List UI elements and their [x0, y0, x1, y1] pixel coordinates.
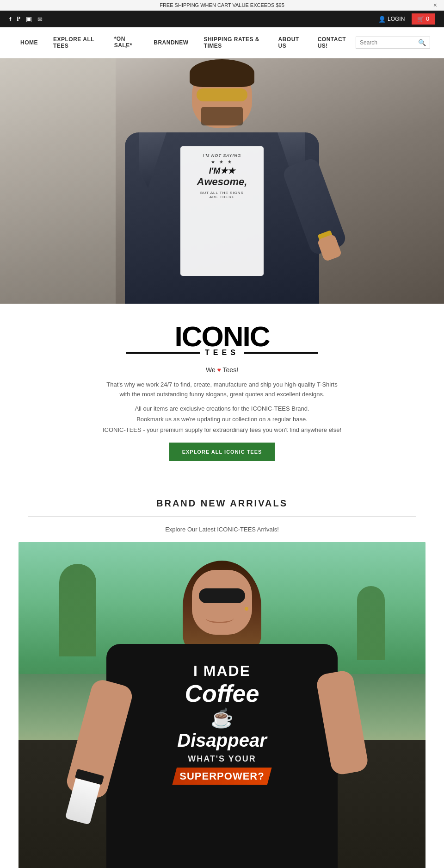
nav-brandnew[interactable]: BRANDNEW: [147, 31, 195, 54]
arrivals-subtitle: Explore Our Latest ICONIC-TEES Arrivals!: [9, 526, 435, 533]
social-icons: f 𝐏 ▣ ✉: [9, 15, 43, 23]
logo-line-right: [244, 352, 318, 354]
product-shirt-line3: Disappear: [120, 731, 324, 749]
product-hair: [183, 561, 261, 653]
product-shirt-line4: WHAT'S YOUR: [120, 754, 324, 764]
nav-on-sale[interactable]: *ON SALE* ▼: [108, 27, 145, 58]
brand-desc3: Bookmark us as we're updating our collec…: [9, 416, 435, 423]
hero-head: [190, 63, 254, 137]
top-banner: FREE SHIPPING WHEN CART VALUE EXCEEDS $9…: [0, 0, 444, 11]
brand-logo: ICONIC TEES: [9, 322, 435, 357]
hero-beard: [201, 107, 243, 125]
product-shirt-graphic: I MADE Coffee ☕ Disappear WHAT'S YOUR SU…: [106, 644, 338, 804]
nav-right: 🔍: [356, 37, 430, 49]
hero-face: [192, 63, 252, 128]
brand-desc1: That's why we work 24/7 to find, create,…: [106, 380, 338, 400]
arrivals-divider: [28, 516, 416, 517]
arrivals-title: BRAND NEW ARRIVALS: [9, 498, 435, 509]
hero-arm: [281, 156, 348, 256]
arrivals-section: BRAND NEW ARRIVALS Explore Our Latest IC…: [0, 480, 444, 868]
product-shirt-line1: I MADE: [120, 662, 324, 680]
search-icon[interactable]: 🔍: [418, 39, 426, 46]
instagram-icon[interactable]: ▣: [26, 15, 32, 23]
heart-icon: ♥: [217, 366, 221, 374]
hero-section: I'M NOT SAYING ★ ★ ★ I'M★★ Awesome, BUT …: [0, 58, 444, 304]
nav-explore-all-tees[interactable]: EXPLORE ALL TEES: [47, 28, 105, 57]
cup-container: [63, 768, 105, 825]
hero-shirt-line4: BUT ALL THE SIGNS: [185, 191, 259, 195]
brand-desc2: All our items are exclusive creations fo…: [9, 405, 435, 412]
logo-iconic-text: ICONIC: [9, 322, 435, 351]
on-sale-dropdown-arrow: ▼: [114, 45, 139, 50]
nav-contact[interactable]: CONTACT US!: [311, 28, 356, 57]
cart-button[interactable]: 🛒 0: [412, 13, 435, 25]
hero-shirt-line5: ARE THERE: [185, 195, 259, 199]
coffee-cup-icon: ☕: [120, 707, 324, 729]
hero-lapel-left: [139, 132, 166, 188]
nav-home[interactable]: HOME: [14, 31, 44, 54]
hero-glasses: [197, 88, 247, 101]
banner-text: FREE SHIPPING WHEN CART VALUE EXCEEDS $9…: [160, 2, 284, 8]
hero-wall-left: [0, 58, 116, 304]
search-input[interactable]: [360, 39, 415, 46]
main-nav: HOME EXPLORE ALL TEES *ON SALE* ▼ BRANDN…: [0, 27, 444, 58]
brand-tagline: We ♥ Tees!: [9, 366, 435, 374]
logo-tees-text: TEES: [200, 349, 244, 357]
logo-line-left: [126, 352, 200, 354]
hero-shirt-line1: I'M NOT SAYING: [185, 153, 259, 158]
product-shirt-line2: Coffee: [120, 681, 324, 706]
login-link[interactable]: 👤 LOGIN: [378, 16, 405, 23]
product-hero-image: I MADE Coffee ☕ Disappear WHAT'S YOUR SU…: [18, 542, 426, 868]
search-box: 🔍: [356, 37, 430, 49]
user-icon: 👤: [378, 16, 386, 23]
hero-tshirt: I'M NOT SAYING ★ ★ ★ I'M★★ Awesome, BUT …: [180, 146, 264, 276]
brand-section: ICONIC TEES We ♥ Tees! That's why we wor…: [0, 304, 444, 480]
cart-count: 0: [426, 16, 429, 22]
product-person-head: [183, 561, 261, 649]
close-banner-button[interactable]: ×: [433, 1, 437, 9]
logo-tees-row: TEES: [9, 349, 435, 357]
utility-right: 👤 LOGIN 🛒 0: [378, 13, 435, 25]
hero-shirt-line3: Awesome,: [185, 176, 259, 188]
nav-shipping[interactable]: SHIPPING RATES & TIMES: [197, 28, 270, 57]
hero-shirt-line2: I'M★★: [185, 166, 259, 176]
login-label: LOGIN: [388, 16, 405, 22]
cart-icon: 🛒: [417, 16, 424, 22]
product-smile: [206, 614, 234, 623]
product-glasses: [199, 588, 245, 603]
product-face: [192, 570, 252, 635]
product-shirt-line5: SUPERPOWER?: [172, 768, 271, 785]
product-earring: [245, 607, 248, 611]
email-icon[interactable]: ✉: [37, 16, 43, 23]
hero-hair: [190, 59, 254, 87]
hero-jacket: I'M NOT SAYING ★ ★ ★ I'M★★ Awesome, BUT …: [125, 132, 319, 304]
nav-left: HOME EXPLORE ALL TEES *ON SALE* ▼ BRANDN…: [14, 27, 356, 58]
product-shirt-body: I MADE Coffee ☕ Disappear WHAT'S YOUR SU…: [106, 644, 338, 868]
nav-about[interactable]: ABOUT US: [272, 28, 309, 57]
brand-desc4: ICONIC-TEES - your premium supply for ex…: [9, 426, 435, 433]
tree-right: [357, 586, 385, 660]
facebook-icon[interactable]: f: [9, 16, 11, 23]
pinterest-icon[interactable]: 𝐏: [17, 15, 20, 23]
cup-body: [65, 778, 100, 824]
product-person: I MADE Coffee ☕ Disappear WHAT'S YOUR SU…: [83, 556, 361, 868]
explore-all-iconic-tees-button[interactable]: EXPLORE ALL ICONIC TEES: [169, 443, 275, 461]
utility-bar: f 𝐏 ▣ ✉ 👤 LOGIN 🛒 0: [0, 11, 444, 27]
hero-shirt-stars: ★ ★ ★: [185, 159, 259, 164]
